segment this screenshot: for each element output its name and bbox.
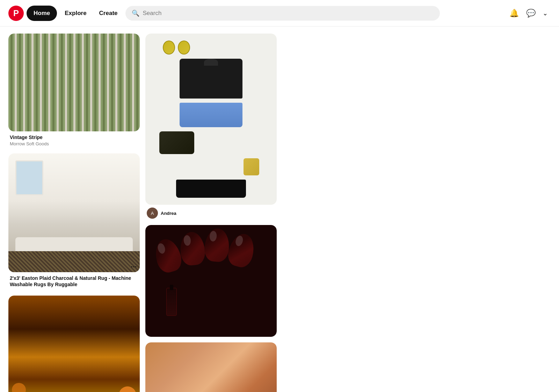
pumpkin-decor-2: [12, 383, 26, 392]
fashion-bag: [159, 131, 194, 154]
pin-fashion[interactable]: A Andrea: [145, 34, 277, 219]
pin-pumpkin-cold-foam[interactable]: The Very Best Pumpkin Cold Foam inbloomb…: [8, 296, 140, 392]
pin-rug-info: 2'x3' Easton Plaid Charcoal & Natural Ru…: [8, 272, 140, 290]
pin-vintage-stripe-info: Vintage Stripe Morrow Soft Goods: [8, 131, 140, 148]
fashion-earrings-group: [163, 41, 190, 55]
earring-right: [178, 41, 190, 55]
nail-shine-2: [183, 235, 191, 246]
fashion-top: [180, 59, 242, 99]
pin-fashion-avatar: A: [147, 208, 158, 219]
messages-button[interactable]: 💬: [523, 6, 538, 21]
pin-rug[interactable]: 2'x3' Easton Plaid Charcoal & Natural Ru…: [8, 153, 140, 290]
nail-3: [203, 227, 231, 263]
nail-1: [152, 237, 184, 275]
nav-explore-button[interactable]: Explore: [60, 6, 91, 21]
lr-window-decor: [15, 160, 43, 195]
bottle-cap: [170, 285, 173, 290]
pin-rug-more-button[interactable]: …: [131, 262, 137, 269]
search-input[interactable]: [143, 10, 434, 17]
nail-shine-4: [234, 235, 244, 247]
pin-nails[interactable]: [145, 225, 277, 337]
pin-rug-image: [8, 153, 140, 272]
nav-create-button[interactable]: Create: [94, 6, 123, 21]
nail-shine-3: [209, 231, 217, 242]
pumpkin-decor-1: [119, 386, 136, 392]
nail-polish-bottle: [166, 288, 177, 316]
pin-vintage-stripe-image: [8, 34, 140, 131]
nail-4: [225, 231, 257, 270]
pin-nails-image: [145, 225, 277, 337]
pin-vintage-stripe-subtitle: Morrow Soft Goods: [10, 141, 138, 146]
search-icon: 🔍: [132, 9, 139, 17]
pin-vintage-stripe-title: Vintage Stripe: [10, 134, 138, 140]
top-neckline: [204, 59, 218, 66]
bell-icon: 🔔: [509, 9, 519, 18]
profile-menu-button[interactable]: ⌄: [540, 7, 551, 20]
nav-home-button[interactable]: Home: [27, 6, 57, 21]
pin-fashion-author: A Andrea: [145, 205, 277, 219]
message-icon: 💬: [526, 9, 536, 18]
header-icons: 🔔 💬 ⌄: [506, 6, 551, 21]
pin-pumpkin-drink-top: [8, 296, 140, 392]
pins-grid: Vintage Stripe Morrow Soft Goods 2'x3' E…: [0, 27, 559, 392]
header: P Home Explore Create 🔍 🔔 💬 ⌄: [0, 0, 559, 27]
pin-burrito[interactable]: Cheesy Bean and Rice Burrito M Megan Vs …: [145, 342, 277, 392]
earring-left: [163, 41, 175, 55]
fashion-shorts: [180, 103, 242, 127]
pin-fashion-author-name: Andrea: [161, 211, 176, 216]
chevron-down-icon: ⌄: [543, 10, 548, 17]
search-bar[interactable]: 🔍: [125, 6, 440, 21]
fashion-watch: [244, 158, 259, 175]
fashion-shoes: [176, 180, 246, 198]
nail-2: [179, 231, 206, 266]
nail-shine-1: [157, 242, 166, 254]
pin-vintage-stripe[interactable]: Vintage Stripe Morrow Soft Goods: [8, 34, 140, 148]
pinterest-logo[interactable]: P: [8, 6, 24, 21]
pin-rug-title: 2'x3' Easton Plaid Charcoal & Natural Ru…: [10, 275, 138, 288]
pin-fashion-image: [145, 34, 277, 205]
lr-rug-decor: [8, 251, 140, 272]
notifications-button[interactable]: 🔔: [506, 6, 522, 21]
pin-burrito-image: [145, 342, 277, 392]
